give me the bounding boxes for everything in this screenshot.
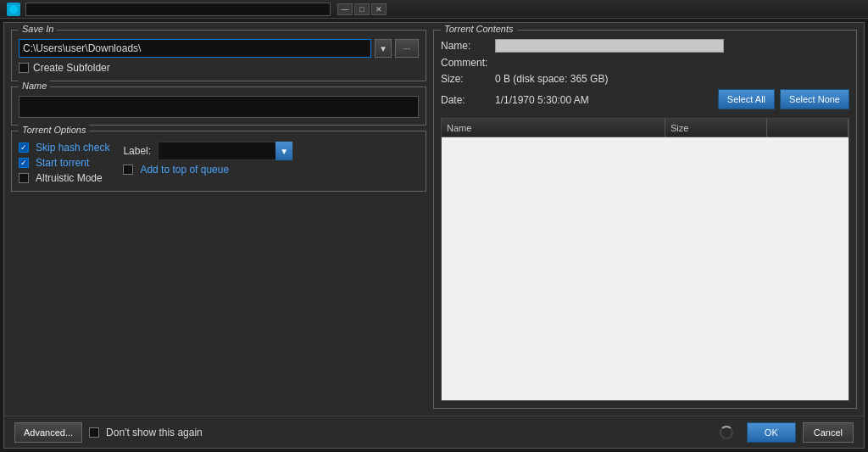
- create-subfolder-checkbox[interactable]: [19, 63, 29, 73]
- options-col-right: Label: ▼ Add to top of queue: [123, 142, 293, 184]
- close-button[interactable]: ✕: [371, 3, 387, 15]
- cancel-button[interactable]: Cancel: [803, 422, 854, 443]
- torrent-options-label: Torrent Options: [19, 125, 89, 135]
- svg-point-0: [9, 5, 18, 14]
- right-panel: Torrent Contents Name: Comment: Size: 0 …: [433, 30, 857, 409]
- altruistic-mode-checkbox[interactable]: [19, 173, 29, 183]
- loading-spinner: [720, 426, 733, 439]
- save-path-input[interactable]: [19, 39, 371, 58]
- select-buttons-wrapper: Select All Select None: [718, 89, 849, 109]
- create-subfolder-label: Create Subfolder: [33, 62, 110, 74]
- torrent-size-row: Size: 0 B (disk space: 365 GB): [441, 73, 849, 85]
- add-to-queue-checkbox[interactable]: [123, 165, 133, 175]
- window-controls: — □ ✕: [337, 3, 387, 15]
- file-table: Name Size: [441, 118, 849, 401]
- name-group: Name: [11, 86, 426, 126]
- torrent-contents-label: Torrent Contents: [441, 24, 517, 34]
- file-table-body: [442, 137, 849, 400]
- skip-hash-check-label[interactable]: Skip hash check: [36, 142, 109, 153]
- dont-show-checkbox[interactable]: [89, 427, 99, 438]
- titlebar: — □ ✕: [0, 0, 868, 19]
- altruistic-mode-row: Altruistic Mode: [19, 172, 109, 184]
- save-in-row: ▼ ···: [19, 39, 419, 58]
- skip-hash-check-checkbox[interactable]: [19, 142, 29, 153]
- save-in-group: Save In ▼ ··· Create Subfolder: [11, 30, 426, 81]
- torrent-size-label: Size:: [441, 73, 492, 85]
- label-dropdown[interactable]: ▼: [158, 142, 293, 160]
- dialog-footer: Advanced... Don't show this again OK Can…: [4, 416, 864, 448]
- file-table-last-header: [767, 119, 849, 137]
- torrent-comment-label: Comment:: [441, 57, 492, 69]
- titlebar-address[interactable]: [25, 3, 331, 16]
- torrent-date-label: Date:: [441, 94, 492, 106]
- path-dropdown-button[interactable]: ▼: [375, 39, 392, 58]
- select-all-button[interactable]: Select All: [718, 89, 775, 109]
- torrent-name-value-box: [495, 39, 724, 53]
- restore-button[interactable]: □: [354, 3, 370, 15]
- torrent-options-content: Skip hash check Start torrent Altruistic…: [19, 142, 419, 184]
- add-to-queue-label[interactable]: Add to top of queue: [140, 164, 229, 176]
- torrent-comment-row: Comment:: [441, 57, 849, 69]
- name-group-label: Name: [19, 81, 50, 91]
- ok-button[interactable]: OK: [747, 422, 796, 443]
- app-icon: [7, 3, 20, 16]
- torrent-date-value: 1/1/1970 5:30:00 AM: [495, 94, 589, 106]
- add-torrent-dialog: Save In ▼ ··· Create Subfolder Name Torr…: [3, 22, 865, 449]
- label-field-row: Label: ▼: [123, 142, 293, 160]
- label-field-label: Label:: [123, 145, 151, 157]
- save-in-label: Save In: [19, 24, 57, 34]
- name-input[interactable]: [19, 96, 419, 118]
- altruistic-mode-label: Altruistic Mode: [36, 172, 103, 184]
- torrent-options-group: Torrent Options Skip hash check Start to…: [11, 131, 426, 192]
- left-panel: Save In ▼ ··· Create Subfolder Name Torr…: [11, 30, 426, 409]
- file-table-name-header: Name: [442, 119, 665, 137]
- label-dropdown-arrow[interactable]: ▼: [275, 142, 292, 160]
- torrent-contents-group: Torrent Contents Name: Comment: Size: 0 …: [433, 30, 857, 409]
- minimize-button[interactable]: —: [337, 3, 353, 15]
- browse-button[interactable]: ···: [395, 39, 419, 58]
- select-none-button[interactable]: Select None: [780, 89, 849, 109]
- advanced-button[interactable]: Advanced...: [14, 422, 82, 443]
- torrent-date-row: Date: 1/1/1970 5:30:00 AM: [441, 94, 718, 106]
- label-row: Skip hash check: [19, 142, 109, 153]
- start-torrent-label[interactable]: Start torrent: [36, 157, 89, 169]
- torrent-name-label: Name:: [441, 40, 492, 52]
- add-to-queue-row: Add to top of queue: [123, 164, 293, 176]
- dont-show-label: Don't show this again: [106, 427, 203, 438]
- footer-left: Advanced... Don't show this again: [14, 422, 713, 443]
- file-table-header: Name Size: [442, 119, 849, 137]
- torrent-size-value: 0 B (disk space: 365 GB): [495, 73, 608, 85]
- start-torrent-checkbox[interactable]: [19, 158, 29, 168]
- options-col-left: Skip hash check Start torrent Altruistic…: [19, 142, 109, 184]
- torrent-name-row: Name:: [441, 39, 849, 53]
- start-torrent-row: Start torrent: [19, 157, 109, 169]
- file-table-size-header: Size: [665, 119, 767, 137]
- dialog-body: Save In ▼ ··· Create Subfolder Name Torr…: [4, 23, 864, 416]
- create-subfolder-row: Create Subfolder: [19, 62, 419, 74]
